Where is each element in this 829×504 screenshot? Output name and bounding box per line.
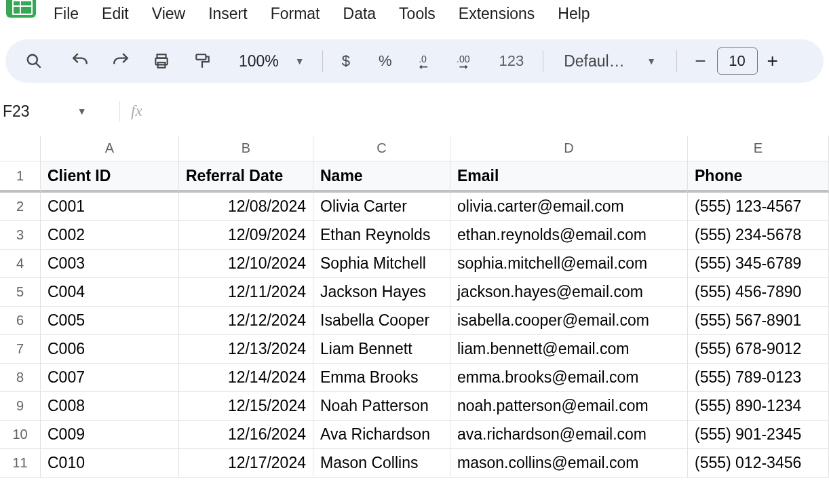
cell[interactable]: Jackson Hayes	[313, 278, 450, 307]
cell[interactable]: C004	[41, 278, 179, 307]
header-cell-phone[interactable]: Phone	[688, 161, 829, 193]
cell[interactable]: Mason Collins	[313, 449, 450, 478]
cell[interactable]: Ava Richardson	[313, 421, 450, 449]
cell[interactable]: 12/11/2024	[179, 278, 313, 307]
print-icon[interactable]	[149, 49, 174, 73]
cell[interactable]: C008	[41, 392, 179, 421]
cell[interactable]: (555) 012-3456	[688, 449, 829, 478]
cell[interactable]: (555) 789-0123	[688, 364, 829, 392]
cell[interactable]: (555) 123-4567	[688, 193, 829, 221]
row-header[interactable]: 3	[0, 221, 41, 250]
cell[interactable]: 12/16/2024	[179, 421, 313, 449]
row-header[interactable]: 7	[0, 335, 41, 364]
column-header-e[interactable]: E	[688, 136, 829, 161]
row-header[interactable]: 11	[0, 449, 41, 478]
menu-file[interactable]: File	[42, 0, 90, 30]
cell[interactable]: 12/09/2024	[179, 221, 313, 250]
font-family-selector[interactable]: Defaul… ▼	[556, 52, 664, 71]
search-icon[interactable]	[22, 49, 46, 73]
redo-icon[interactable]	[109, 49, 133, 73]
cell[interactable]: Noah Patterson	[313, 392, 450, 421]
increase-decimal-icon[interactable]: .00	[453, 49, 478, 73]
format-currency-button[interactable]: $	[335, 52, 357, 70]
cell[interactable]: Liam Bennett	[313, 335, 450, 364]
row-header[interactable]: 9	[0, 392, 41, 421]
more-formats-button[interactable]: 123	[493, 52, 531, 70]
cell[interactable]: (555) 234-5678	[688, 221, 829, 250]
menu-data[interactable]: Data	[332, 0, 388, 30]
sheets-logo[interactable]	[0, 0, 42, 27]
fx-icon[interactable]: fx	[131, 102, 142, 120]
cell[interactable]: C006	[41, 335, 179, 364]
cell[interactable]: C002	[41, 221, 179, 250]
cell[interactable]: (555) 345-6789	[688, 250, 829, 278]
font-size-input[interactable]: 10	[717, 47, 758, 75]
header-cell-email[interactable]: Email	[450, 161, 688, 193]
cell[interactable]: Emma Brooks	[313, 364, 450, 392]
cell[interactable]: 12/15/2024	[179, 392, 313, 421]
cell[interactable]: jackson.hayes@email.com	[450, 278, 688, 307]
cell[interactable]: (555) 901-2345	[688, 421, 829, 449]
cell[interactable]: sophia.mitchell@email.com	[450, 250, 688, 278]
cell[interactable]: isabella.cooper@email.com	[450, 307, 688, 335]
undo-icon[interactable]	[68, 49, 92, 73]
cell[interactable]: 12/17/2024	[179, 449, 313, 478]
cell[interactable]: Ethan Reynolds	[313, 221, 450, 250]
column-header-a[interactable]: A	[41, 136, 179, 161]
cell[interactable]: C001	[41, 193, 179, 221]
row-header[interactable]: 8	[0, 364, 41, 392]
menu-format[interactable]: Format	[259, 0, 332, 30]
row-header[interactable]: 5	[0, 278, 41, 307]
select-all-corner[interactable]	[0, 136, 41, 161]
cell[interactable]: (555) 890-1234	[688, 392, 829, 421]
cell[interactable]: emma.brooks@email.com	[450, 364, 688, 392]
row-header[interactable]: 10	[0, 421, 41, 449]
font-size-increase-button[interactable]: +	[763, 50, 782, 72]
cell[interactable]: (555) 567-8901	[688, 307, 829, 335]
cell[interactable]: 12/13/2024	[179, 335, 313, 364]
table-header-row: 1 Client ID Referral Date Name Email Pho…	[0, 161, 829, 193]
menu-edit[interactable]: Edit	[90, 0, 140, 30]
cell[interactable]: C005	[41, 307, 179, 335]
cell[interactable]: Olivia Carter	[313, 193, 450, 221]
cell[interactable]: 12/10/2024	[179, 250, 313, 278]
column-header-c[interactable]: C	[313, 136, 450, 161]
menu-tools[interactable]: Tools	[387, 0, 447, 30]
header-cell-referral-date[interactable]: Referral Date	[179, 161, 313, 193]
row-header[interactable]: 1	[0, 161, 41, 193]
cell[interactable]: 12/08/2024	[179, 193, 313, 221]
menu-view[interactable]: View	[140, 0, 197, 30]
paint-format-icon[interactable]	[190, 49, 214, 73]
cell[interactable]: (555) 456-7890	[688, 278, 829, 307]
cell[interactable]: (555) 678-9012	[688, 335, 829, 364]
menu-help[interactable]: Help	[546, 0, 601, 30]
row-header[interactable]: 6	[0, 307, 41, 335]
cell[interactable]: liam.bennett@email.com	[450, 335, 688, 364]
cell[interactable]: noah.patterson@email.com	[450, 392, 688, 421]
cell[interactable]: C009	[41, 421, 179, 449]
cell[interactable]: olivia.carter@email.com	[450, 193, 688, 221]
header-cell-name[interactable]: Name	[313, 161, 450, 193]
cell[interactable]: 12/12/2024	[179, 307, 313, 335]
cell[interactable]: ethan.reynolds@email.com	[450, 221, 688, 250]
cell[interactable]: Sophia Mitchell	[313, 250, 450, 278]
cell[interactable]: 12/14/2024	[179, 364, 313, 392]
menu-extensions[interactable]: Extensions	[447, 0, 547, 30]
zoom-selector[interactable]: 100% ▼	[233, 52, 310, 71]
menu-insert[interactable]: Insert	[197, 0, 259, 30]
cell[interactable]: C010	[41, 449, 179, 478]
cell[interactable]: C007	[41, 364, 179, 392]
font-size-decrease-button[interactable]: −	[689, 50, 711, 72]
cell[interactable]: C003	[41, 250, 179, 278]
column-header-d[interactable]: D	[450, 136, 688, 161]
format-percent-button[interactable]: %	[372, 52, 399, 70]
cell[interactable]: mason.collins@email.com	[450, 449, 688, 478]
cell[interactable]: ava.richardson@email.com	[450, 421, 688, 449]
header-cell-client-id[interactable]: Client ID	[41, 161, 179, 193]
row-header[interactable]: 4	[0, 250, 41, 278]
row-header[interactable]: 2	[0, 193, 41, 221]
name-box[interactable]: F23 ▼	[0, 102, 113, 121]
cell[interactable]: Isabella Cooper	[313, 307, 450, 335]
decrease-decimal-icon[interactable]: .0	[414, 49, 438, 73]
column-header-b[interactable]: B	[179, 136, 313, 161]
